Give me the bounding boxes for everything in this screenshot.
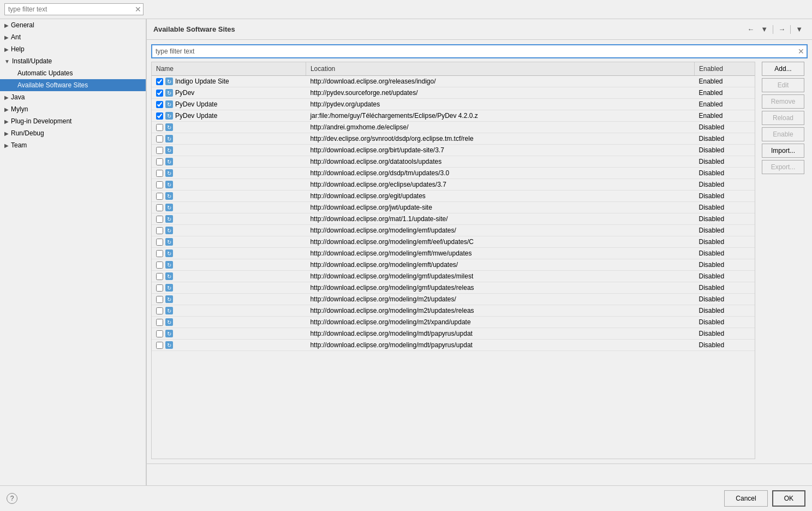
site-name: PyDev Update <box>175 112 217 120</box>
enable-button[interactable]: Enable <box>762 127 804 141</box>
site-location: http://download.eclipse.org/birt/update-… <box>306 145 694 156</box>
row-checkbox[interactable] <box>156 181 163 188</box>
site-enabled-status: Enabled <box>694 99 755 110</box>
row-checkbox[interactable] <box>156 239 163 246</box>
site-enabled-status: Enabled <box>694 76 755 87</box>
sidebar-item-available-software-sites[interactable]: Available Software Sites <box>0 79 146 91</box>
table-row[interactable]: http://download.eclipse.org/jwt/update-s… <box>152 202 755 213</box>
row-checkbox[interactable] <box>156 204 163 211</box>
sidebar-arrow-plugin-development: ▶ <box>4 118 9 124</box>
sidebar-item-java[interactable]: ▶Java <box>0 91 146 103</box>
table-row[interactable]: http://dev.eclipse.org/svnroot/dsdp/org.… <box>152 133 755 145</box>
sidebar-item-automatic-updates[interactable]: Automatic Updates <box>0 67 146 79</box>
table-row[interactable]: http://download.eclipse.org/dsdp/tm/upda… <box>152 168 755 179</box>
site-enabled-status: Disabled <box>694 236 755 248</box>
sidebar-label-general: General <box>11 21 34 29</box>
update-icon <box>165 100 173 108</box>
row-checkbox[interactable] <box>156 112 163 120</box>
top-filter-clear-icon[interactable]: ✕ <box>135 5 141 14</box>
row-checkbox[interactable] <box>156 342 163 349</box>
row-checkbox[interactable] <box>156 101 163 108</box>
row-checkbox[interactable] <box>156 284 163 292</box>
forward-button[interactable]: → <box>775 23 788 35</box>
update-icon <box>165 215 173 223</box>
table-row[interactable]: http://download.eclipse.org/birt/update-… <box>152 145 755 156</box>
row-checkbox[interactable] <box>156 262 163 269</box>
sidebar-label-ant: Ant <box>11 33 21 41</box>
cancel-button[interactable]: Cancel <box>724 490 767 507</box>
table-row[interactable]: http://andrei.gmxhome.de/eclipse/Disable… <box>152 122 755 133</box>
table-row[interactable]: Indigo Update Sitehttp://download.eclips… <box>152 76 755 87</box>
remove-button[interactable]: Remove <box>762 94 804 109</box>
table-row[interactable]: PyDev Updatehttp://pydev.org/updatesEnab… <box>152 99 755 110</box>
row-checkbox[interactable] <box>156 307 163 314</box>
sidebar-item-mylyn[interactable]: ▶Mylyn <box>0 103 146 115</box>
table-wrap[interactable]: Name Location Enabled Indigo Update Site… <box>152 62 755 459</box>
table-row[interactable]: http://download.eclipse.org/datatools/up… <box>152 156 755 168</box>
update-icon <box>165 89 173 97</box>
inner-filter-clear-icon[interactable]: ✕ <box>798 47 804 56</box>
footer: ? Cancel OK <box>0 485 812 511</box>
update-icon <box>165 272 173 280</box>
update-icon <box>165 204 173 211</box>
top-filter-input[interactable] <box>4 3 144 15</box>
table-row[interactable]: PyDev Updatejar:file:/home/guy/Télécharg… <box>152 110 755 122</box>
table-row[interactable]: http://download.eclipse.org/egit/updates… <box>152 191 755 202</box>
table-row[interactable]: http://download.eclipse.org/modeling/gmf… <box>152 282 755 294</box>
sidebar-item-run-debug[interactable]: ▶Run/Debug <box>0 127 146 139</box>
back-button[interactable]: ← <box>744 23 757 35</box>
row-checkbox[interactable] <box>156 158 163 165</box>
import-button[interactable]: Import... <box>762 144 804 158</box>
table-row[interactable]: http://download.eclipse.org/eclipse/upda… <box>152 179 755 191</box>
table-row[interactable]: http://download.eclipse.org/modeling/m2t… <box>152 294 755 305</box>
sidebar-label-plugin-development: Plug-in Development <box>11 117 71 125</box>
sidebar-item-team[interactable]: ▶Team <box>0 139 146 151</box>
table-row[interactable]: http://download.eclipse.org/modeling/m2t… <box>152 305 755 317</box>
row-checkbox[interactable] <box>156 90 163 97</box>
sidebar-arrow-install-update: ▼ <box>4 58 10 64</box>
table-row[interactable]: http://download.eclipse.org/modeling/mdt… <box>152 328 755 340</box>
row-checkbox[interactable] <box>156 124 163 131</box>
table-row[interactable]: http://download.eclipse.org/modeling/emf… <box>152 259 755 271</box>
table-row[interactable]: PyDevhttp://pydev.sourceforge.net/update… <box>152 87 755 99</box>
site-location: http://pydev.sourceforge.net/updates/ <box>306 87 694 99</box>
table-row[interactable]: http://download.eclipse.org/mat/1.1/upda… <box>152 213 755 225</box>
inner-filter-input[interactable] <box>151 44 808 58</box>
site-enabled-status: Disabled <box>694 317 755 328</box>
ok-button[interactable]: OK <box>772 490 805 507</box>
sidebar-item-install-update[interactable]: ▼Install/Update <box>0 55 146 67</box>
sidebar-label-help: Help <box>11 45 25 53</box>
sidebar-item-ant[interactable]: ▶Ant <box>0 31 146 43</box>
export-button[interactable]: Export... <box>762 160 804 174</box>
table-row[interactable]: http://download.eclipse.org/modeling/emf… <box>152 225 755 236</box>
row-checkbox[interactable] <box>156 170 163 177</box>
dropdown-button[interactable]: ▼ <box>758 23 771 35</box>
sidebar-item-plugin-development[interactable]: ▶Plug-in Development <box>0 115 146 127</box>
table-row[interactable]: http://download.eclipse.org/modeling/gmf… <box>152 271 755 282</box>
help-button[interactable]: ? <box>7 493 17 504</box>
table-row[interactable]: http://download.eclipse.org/modeling/emf… <box>152 248 755 259</box>
menu-button[interactable]: ▼ <box>793 23 805 35</box>
sidebar-item-help[interactable]: ▶Help <box>0 43 146 55</box>
sidebar-arrow-team: ▶ <box>4 142 9 148</box>
row-checkbox[interactable] <box>156 273 163 280</box>
reload-button[interactable]: Reload <box>762 111 804 125</box>
row-checkbox[interactable] <box>156 193 163 200</box>
row-checkbox[interactable] <box>156 216 163 223</box>
row-checkbox[interactable] <box>156 330 163 337</box>
add-button[interactable]: Add... <box>762 62 804 76</box>
row-checkbox[interactable] <box>156 135 163 142</box>
row-checkbox[interactable] <box>156 250 163 257</box>
table-row[interactable]: http://download.eclipse.org/modeling/emf… <box>152 236 755 248</box>
row-checkbox[interactable] <box>156 319 163 326</box>
row-checkbox[interactable] <box>156 78 163 85</box>
row-checkbox[interactable] <box>156 147 163 154</box>
sidebar-item-general[interactable]: ▶General <box>0 19 146 31</box>
update-icon <box>165 192 173 200</box>
table-row[interactable]: http://download.eclipse.org/modeling/m2t… <box>152 317 755 328</box>
row-checkbox[interactable] <box>156 227 163 234</box>
edit-button[interactable]: Edit <box>762 78 804 92</box>
table-body: Indigo Update Sitehttp://download.eclips… <box>152 76 755 351</box>
row-checkbox[interactable] <box>156 296 163 303</box>
table-row[interactable]: http://download.eclipse.org/modeling/mdt… <box>152 340 755 351</box>
